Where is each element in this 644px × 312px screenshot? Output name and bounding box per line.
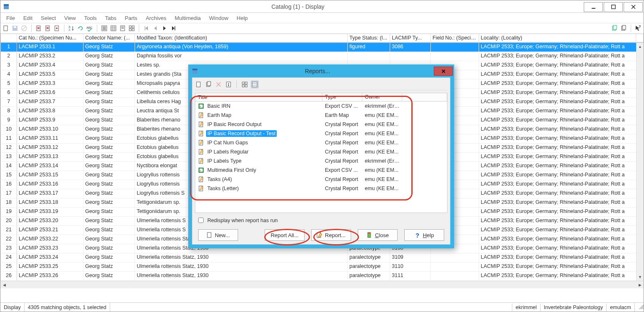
cell-collector[interactable]: Georg Statz	[84, 180, 135, 189]
col-field-no[interactable]: Field No.: (Specim...	[431, 34, 479, 42]
dialog-copy-icon[interactable]	[205, 81, 212, 88]
report-button[interactable]: Report...	[311, 229, 351, 241]
cell-cat-no[interactable]: LACMIP 2533.19	[17, 208, 84, 216]
cell-taxon[interactable]: Ulmeriella rottensis Statz, 1930	[135, 262, 348, 271]
no-entry-icon[interactable]	[20, 25, 28, 32]
cell-collector[interactable]: Georg Statz	[84, 189, 135, 198]
row-number-header[interactable]	[0, 34, 17, 42]
vertical-scrollbar[interactable]: ▲ ▼	[636, 43, 644, 281]
dialog-close-button[interactable]: ✕	[434, 67, 453, 76]
horizontal-scrollbar[interactable]: ◀ ▶	[0, 281, 644, 288]
view-page-icon[interactable]	[119, 25, 126, 32]
cell-field-no[interactable]	[431, 43, 479, 52]
doc-red-x-icon[interactable]	[35, 25, 42, 32]
report-item-title-cell[interactable]: IP Basic Record Output - Test	[195, 130, 322, 137]
cell-locality[interactable]: LACMIP 2533; Europe; Germany; Rhineland-…	[479, 189, 644, 198]
cell-lacmip-ty[interactable]: 3109	[390, 253, 431, 262]
report-list-item[interactable]: Earth MapEarth Mapemu (KE EM...	[195, 111, 447, 120]
report-list-item[interactable]: XMultimedia First OnlyExport CSV ...emu …	[195, 166, 447, 175]
view-grid-icon[interactable]	[110, 25, 117, 32]
cell-collector[interactable]: Georg Statz	[84, 226, 135, 235]
cell-type-status[interactable]: paralectotype	[348, 272, 390, 280]
row-number[interactable]: 10	[0, 125, 17, 134]
cell-taxon[interactable]: Daphnia fossilis vor	[135, 52, 348, 61]
redisplay-checkbox[interactable]: Redisplay when report has run	[195, 215, 447, 225]
cell-locality[interactable]: LACMIP 2533; Europe; Germany; Rhineland-…	[479, 208, 644, 216]
cell-locality[interactable]: LACMIP 2533; Europe; Germany; Rhineland-…	[479, 272, 644, 280]
row-number[interactable]: 24	[0, 253, 17, 262]
cell-locality[interactable]: LACMIP 2533; Europe; Germany; Rhineland-…	[479, 171, 644, 180]
cell-locality[interactable]: LACMIP 2533; Europe; Germany; Rhineland-…	[479, 153, 644, 161]
row-number[interactable]: 17	[0, 189, 17, 198]
cell-locality[interactable]: LACMIP 2533; Europe; Germany; Rhineland-…	[479, 89, 644, 97]
cell-collector[interactable]: Georg Statz	[84, 61, 135, 70]
spellcheck-icon[interactable]: ABC	[86, 25, 93, 32]
new-button[interactable]: New...	[198, 229, 238, 241]
scroll-left-icon[interactable]: ◀	[0, 281, 8, 288]
sort-az-icon[interactable]: AZ	[68, 25, 75, 32]
row-number[interactable]: 14	[0, 162, 17, 171]
cell-type-status[interactable]: figured	[348, 43, 390, 52]
row-number[interactable]: 3	[0, 61, 17, 70]
cell-cat-no[interactable]: LACMIP 2533.14	[17, 162, 84, 171]
table-row[interactable]: 2LACMIP 2533.2Georg StatzDaphnia fossili…	[0, 52, 644, 61]
table-row[interactable]: 25LACMIP 2533.25Georg StatzUlmeriella ro…	[0, 262, 644, 272]
cell-cat-no[interactable]: LACMIP 2533.6	[17, 89, 84, 97]
report-item-title-cell[interactable]: XBasic IRN	[195, 102, 322, 110]
row-number[interactable]: 4	[0, 70, 17, 79]
cell-collector[interactable]: Georg Statz	[84, 217, 135, 225]
cell-collector[interactable]: Georg Statz	[84, 262, 135, 271]
col-type-status[interactable]: Type Status: (I...	[348, 34, 390, 42]
cell-cat-no[interactable]: LACMIP 2533.10	[17, 125, 84, 134]
cell-locality[interactable]: LACMIP 2533; Europe; Germany; Rhineland-…	[479, 162, 644, 171]
cell-lacmip-ty[interactable]: 3086	[390, 43, 431, 52]
cell-cat-no[interactable]: LACMIP 2533.25	[17, 262, 84, 271]
report-list-item[interactable]: IP Labels TypeCrystal Reportekrimmel (Er…	[195, 156, 447, 166]
window-minimize-button[interactable]	[584, 2, 603, 12]
doc-red-x2-icon[interactable]	[44, 25, 52, 32]
nav-next-icon[interactable]	[161, 25, 168, 32]
cell-collector[interactable]: Georg Statz	[84, 107, 135, 116]
cell-collector[interactable]: Georg Statz	[84, 89, 135, 97]
report-item-title-cell[interactable]: IP Labels Regular	[195, 148, 322, 156]
cell-collector[interactable]: Georg Statz	[84, 272, 135, 280]
row-number[interactable]: 16	[0, 180, 17, 189]
dialog-view-icons-icon[interactable]	[241, 81, 248, 88]
report-list-item[interactable]: Tasks (Letter)Crystal Reportemu (KE EM..…	[195, 184, 447, 193]
copy-icon[interactable]	[620, 25, 627, 32]
view-thumb-icon[interactable]	[128, 25, 135, 32]
reports-col-title[interactable]: Title	[195, 93, 322, 101]
col-locality[interactable]: Locality: (Locality)	[479, 34, 636, 42]
cell-locality[interactable]: LACMIP 2533; Europe; Germany; Rhineland-…	[479, 61, 644, 70]
scroll-up-icon[interactable]: ▲	[637, 43, 644, 50]
cell-field-no[interactable]	[431, 52, 479, 61]
copy-green-icon[interactable]	[611, 25, 618, 32]
dialog-properties-icon[interactable]	[225, 81, 232, 88]
cell-locality[interactable]: LACMIP 2533; Europe; Germany; Rhineland-…	[479, 217, 644, 225]
cell-cat-no[interactable]: LACMIP 2533.18	[17, 198, 84, 207]
cell-locality[interactable]: LACMIP 2533; Europe; Germany; Rhineland-…	[479, 226, 644, 235]
menu-help[interactable]: Help	[234, 15, 251, 22]
new-record-icon[interactable]	[2, 25, 10, 32]
cell-collector[interactable]: Georg Statz	[84, 125, 135, 134]
window-maximize-button[interactable]	[604, 2, 623, 12]
cell-collector[interactable]: Georg Statz	[84, 79, 135, 88]
row-number[interactable]: 6	[0, 89, 17, 97]
col-collector[interactable]: Collector Name: (...	[84, 34, 135, 42]
menu-edit[interactable]: Edit	[20, 15, 36, 22]
dialog-view-list-icon[interactable]	[251, 81, 258, 88]
cell-locality[interactable]: LACMIP 2533; Europe; Germany; Rhineland-…	[479, 79, 644, 88]
scroll-down-icon[interactable]: ▼	[637, 273, 644, 281]
cell-field-no[interactable]	[431, 262, 479, 271]
cell-locality[interactable]: LACMIP 2533; Europe; Germany; Rhineland-…	[479, 180, 644, 189]
report-list-item[interactable]: Tasks (A4)Crystal Reportemu (KE EM...	[195, 175, 447, 184]
row-number[interactable]: 13	[0, 153, 17, 161]
cell-locality[interactable]: LACMIP 2533; Europe; Germany; Rhineland-…	[479, 144, 644, 152]
reports-col-owner[interactable]: Owner	[362, 93, 402, 101]
cell-collector[interactable]: Georg Statz	[84, 52, 135, 61]
cell-taxon[interactable]: Ulmeriella rottensis Statz, 1930	[135, 272, 348, 280]
row-number[interactable]: 11	[0, 134, 17, 143]
report-item-title-cell[interactable]: Earth Map	[195, 111, 322, 119]
report-list-item[interactable]: IP Cat Num GapsCrystal Reportemu (KE EM.…	[195, 138, 447, 147]
cell-field-no[interactable]	[431, 253, 479, 262]
